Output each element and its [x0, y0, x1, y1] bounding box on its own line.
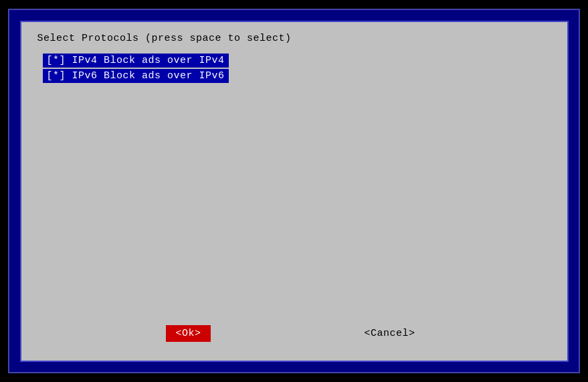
protocol-item-ipv6[interactable]: [*] IPv6 Block ads over IPv6	[43, 69, 229, 83]
protocol-list: [*] IPv4 Block ads over IPv4 [*] IPv6 Bl…	[43, 54, 551, 83]
protocol-item-ipv4[interactable]: [*] IPv4 Block ads over IPv4	[43, 54, 229, 68]
dialog-title: Select Protocols (press space to select)	[37, 33, 551, 44]
spacer	[37, 83, 551, 325]
dialog-box: Select Protocols (press space to select)…	[20, 21, 569, 362]
button-row: <Ok> <Cancel>	[37, 325, 551, 347]
cancel-button[interactable]: <Cancel>	[358, 325, 422, 342]
terminal-outer: Select Protocols (press space to select)…	[8, 9, 580, 373]
ok-button[interactable]: <Ok>	[166, 325, 210, 342]
